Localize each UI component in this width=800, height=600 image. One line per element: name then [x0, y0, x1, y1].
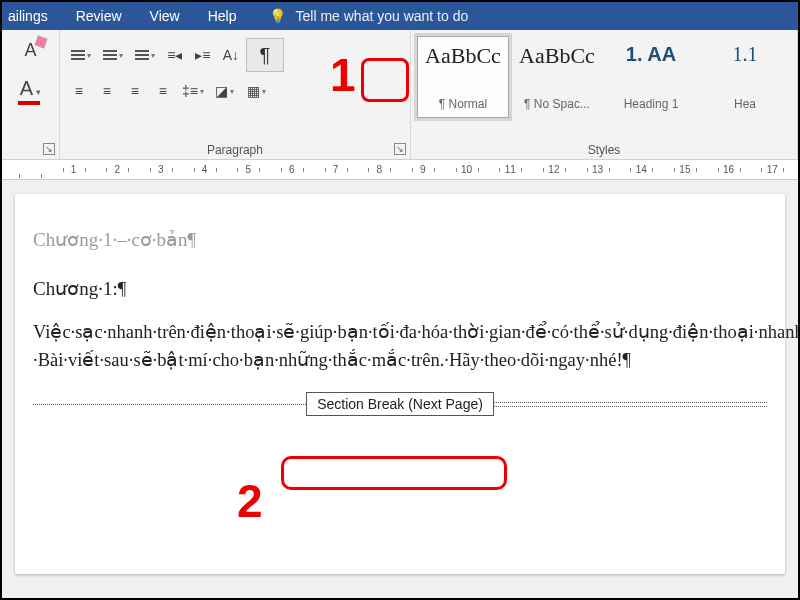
annotation-highlight-2	[281, 456, 507, 490]
ruler-tick: 12	[532, 164, 576, 175]
section-break-indicator: Section Break (Next Page)	[33, 392, 767, 416]
page[interactable]: Chương·1·–·cơ·bản¶ Chương·1:¶ Việc·sạc·n…	[15, 194, 785, 574]
decrease-indent-button[interactable]: ≡◂	[162, 42, 188, 68]
borders-button[interactable]: ▦▾	[242, 78, 272, 104]
style-tile-1[interactable]: AaBbCc¶ No Spac...	[511, 36, 603, 118]
ribbon: A A▾ ↘ ▾ ▾ ▾ ≡◂ ▸≡ A↓ ¶ ≡ ≡ ≡ ≡ ‡≡▾ ◪▾	[2, 30, 798, 160]
ruler-tick: 13	[576, 164, 620, 175]
style-label: Heading 1	[624, 97, 679, 111]
style-sample: 1.1	[732, 43, 757, 66]
ruler-tick: 15	[663, 164, 707, 175]
justify-button[interactable]: ≡	[150, 78, 176, 104]
style-sample: 1. AA	[626, 43, 676, 66]
menu-bar: ailings Review View Help 💡 Tell me what …	[2, 2, 798, 30]
style-sample: AaBbCc	[519, 43, 595, 69]
ruler-tick: 14	[619, 164, 663, 175]
section-break-line-left	[33, 404, 306, 405]
style-label: ¶ No Spac...	[524, 97, 590, 111]
ruler-tick: 3	[139, 164, 183, 175]
numbering-button[interactable]: ▾	[98, 42, 128, 68]
style-tile-0[interactable]: AaBbCc¶ Normal	[417, 36, 509, 118]
document-area: Chương·1·–·cơ·bản¶ Chương·1:¶ Việc·sạc·n…	[2, 180, 798, 600]
page-header-text[interactable]: Chương·1·–·cơ·bản¶	[33, 228, 767, 251]
section-break-label: Section Break (Next Page)	[306, 392, 494, 416]
ruler-tick: 8	[357, 164, 401, 175]
tab-view[interactable]: View	[150, 8, 180, 24]
body-paragraph[interactable]: Việc·sạc·nhanh·trên·điện·thoại·sẽ·giúp·b…	[33, 318, 767, 374]
style-tile-2[interactable]: 1. AAHeading 1	[605, 36, 697, 118]
styles-group-label: Styles	[411, 140, 797, 159]
styles-group: AaBbCc¶ NormalAaBbCc¶ No Spac...1. AAHea…	[411, 30, 798, 159]
bullets-button[interactable]: ▾	[66, 42, 96, 68]
tab-help[interactable]: Help	[208, 8, 237, 24]
increase-indent-button[interactable]: ▸≡	[190, 42, 216, 68]
ruler-tick: 2	[95, 164, 139, 175]
tab-mailings[interactable]: ailings	[8, 8, 48, 24]
style-label: Hea	[734, 97, 756, 111]
section-break-line-right	[494, 402, 767, 407]
align-right-button[interactable]: ≡	[122, 78, 148, 104]
styles-gallery[interactable]: AaBbCc¶ NormalAaBbCc¶ No Spac...1. AAHea…	[417, 34, 791, 118]
ruler-tick: 7	[314, 164, 358, 175]
horizontal-ruler[interactable]: 1234567891011121314151617	[2, 160, 798, 180]
ruler-tick: 4	[183, 164, 227, 175]
ruler-tick: 10	[445, 164, 489, 175]
annotation-number-2: 2	[237, 474, 263, 528]
ruler-tick: 5	[226, 164, 270, 175]
sort-button[interactable]: A↓	[218, 42, 244, 68]
align-center-button[interactable]: ≡	[94, 78, 120, 104]
eraser-icon	[35, 36, 48, 49]
ruler-tick: 9	[401, 164, 445, 175]
ruler-tick: 16	[707, 164, 751, 175]
style-label: ¶ Normal	[439, 97, 487, 111]
font-group: A A▾ ↘	[2, 30, 60, 159]
font-color-button[interactable]: A▾	[20, 77, 41, 100]
multilevel-list-button[interactable]: ▾	[130, 42, 160, 68]
paragraph-dialog-launcher[interactable]: ↘	[394, 143, 406, 155]
tab-review[interactable]: Review	[76, 8, 122, 24]
tell-me-search[interactable]: Tell me what you want to do	[296, 8, 469, 24]
show-hide-paragraph-marks-button[interactable]: ¶	[246, 38, 284, 72]
ruler-tick: 1	[52, 164, 96, 175]
lightbulb-icon: 💡	[269, 8, 286, 24]
ruler-tick: 17	[750, 164, 794, 175]
ruler-tick: 11	[488, 164, 532, 175]
style-tile-3[interactable]: 1.1Hea	[699, 36, 791, 118]
chapter-title[interactable]: Chương·1:¶	[33, 277, 767, 300]
align-left-button[interactable]: ≡	[66, 78, 92, 104]
paragraph-group-label: Paragraph	[60, 140, 410, 159]
ruler-tick: 6	[270, 164, 314, 175]
style-sample: AaBbCc	[425, 43, 501, 69]
clear-formatting-button[interactable]: A	[24, 40, 36, 61]
line-spacing-button[interactable]: ‡≡▾	[178, 78, 208, 104]
paragraph-group: ▾ ▾ ▾ ≡◂ ▸≡ A↓ ¶ ≡ ≡ ≡ ≡ ‡≡▾ ◪▾ ▦▾ Parag…	[60, 30, 411, 159]
shading-button[interactable]: ◪▾	[210, 78, 240, 104]
font-dialog-launcher[interactable]: ↘	[43, 143, 55, 155]
